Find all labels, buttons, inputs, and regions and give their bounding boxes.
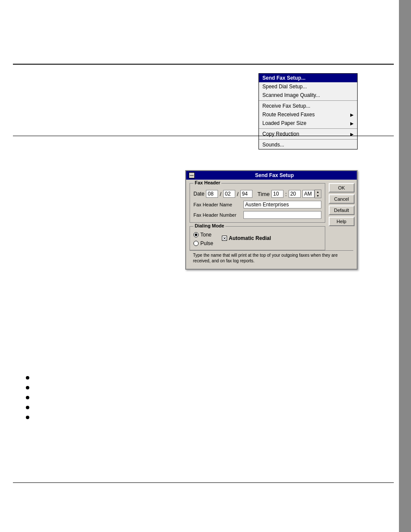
bullet-dot-1 xyxy=(26,376,29,380)
bullet-dot-5 xyxy=(26,416,29,419)
fax-header-number-label: Fax Header Number xyxy=(193,212,241,218)
time-minute-input[interactable] xyxy=(289,190,301,198)
context-menu: Send Fax Setup... Speed Dial Setup... Sc… xyxy=(258,73,358,149)
fax-header-name-input[interactable] xyxy=(243,201,321,208)
fax-header-number-row: Fax Header Number xyxy=(193,211,321,219)
time-label: Time xyxy=(258,191,270,197)
bullet-dot-4 xyxy=(26,406,29,409)
pulse-label: Pulse xyxy=(200,240,213,246)
date-time-row: Date / / Time : ▲ xyxy=(193,190,321,198)
hr-bottom xyxy=(13,482,394,483)
menu-item-route-received-faxes[interactable]: Route Received Faxes xyxy=(259,110,357,119)
fax-header-name-row: Fax Header Name xyxy=(193,201,321,208)
bullet-dot-3 xyxy=(26,396,29,399)
menu-separator-3 xyxy=(259,139,357,140)
dialog-body: Fax Header Date / / Time : xyxy=(186,180,357,269)
list-item xyxy=(26,375,389,380)
ampm-down-arrow[interactable]: ▼ xyxy=(315,194,321,198)
date-day-input[interactable] xyxy=(223,190,235,198)
right-sidebar xyxy=(399,0,411,532)
send-fax-setup-dialog: — Send Fax Setup Fax Header Date / / xyxy=(185,170,358,270)
tone-radio-button[interactable] xyxy=(193,232,199,237)
menu-item-scanned-image-quality[interactable]: Scanned Image Quality... xyxy=(259,91,357,100)
bullet-section xyxy=(26,375,389,424)
radio-group: Tone Pulse xyxy=(193,232,213,246)
list-item xyxy=(26,404,389,409)
pulse-radio-button[interactable] xyxy=(193,241,199,246)
time-hour-input[interactable] xyxy=(271,190,283,198)
list-item xyxy=(26,385,389,389)
ampm-arrows[interactable]: ▲ ▼ xyxy=(314,190,321,198)
menu-item-speed-dial-setup[interactable]: Speed Dial Setup... xyxy=(259,82,357,91)
cancel-button[interactable]: Cancel xyxy=(329,194,355,204)
dialog-statusbar: Type the name that will print at the top… xyxy=(190,250,353,265)
list-item xyxy=(26,395,389,399)
dialog-system-icon[interactable]: — xyxy=(189,172,195,178)
ampm-input[interactable] xyxy=(302,190,314,198)
fax-header-group-label: Fax Header xyxy=(193,180,221,185)
dialog-main-row: Fax Header Date / / Time : xyxy=(190,183,353,250)
menu-separator-2 xyxy=(259,128,357,129)
menu-item-copy-reduction[interactable]: Copy Reduction xyxy=(259,130,357,138)
help-button[interactable]: Help xyxy=(329,217,355,226)
list-item xyxy=(26,414,389,419)
date-month-input[interactable] xyxy=(206,190,218,198)
hr-mid xyxy=(13,136,394,136)
menu-separator-1 xyxy=(259,100,357,101)
automatic-redial-checkbox[interactable]: ✕ xyxy=(222,236,227,241)
default-button[interactable]: Default xyxy=(329,205,355,215)
tone-label: Tone xyxy=(200,232,212,238)
dialog-titlebar: — Send Fax Setup xyxy=(186,171,357,180)
dialing-mode-group: Dialing Mode Tone Pulse ✕ Automat xyxy=(190,226,325,250)
dialing-mode-label: Dialing Mode xyxy=(193,223,225,228)
automatic-redial-item[interactable]: ✕ Automatic Redial xyxy=(222,235,271,241)
tone-radio-item[interactable]: Tone xyxy=(193,232,213,238)
pulse-radio-item[interactable]: Pulse xyxy=(193,240,213,246)
menu-item-receive-fax-setup[interactable]: Receive Fax Setup... xyxy=(259,102,357,110)
dialog-right-buttons: OK Cancel Default Help xyxy=(325,183,355,250)
dialog-title: Send Fax Setup xyxy=(195,172,354,178)
fax-header-name-label: Fax Header Name xyxy=(193,202,241,207)
dialog-left: Fax Header Date / / Time : xyxy=(190,183,325,250)
fax-header-number-input[interactable] xyxy=(243,211,321,219)
ampm-up-arrow[interactable]: ▲ xyxy=(315,190,321,194)
hr-top xyxy=(13,64,394,65)
date-label: Date xyxy=(193,191,204,197)
menu-item-sounds[interactable]: Sounds... xyxy=(259,140,357,149)
menu-item-send-fax-setup[interactable]: Send Fax Setup... xyxy=(259,74,357,82)
menu-item-loaded-paper-size[interactable]: Loaded Paper Size xyxy=(259,119,357,128)
date-year-input[interactable] xyxy=(240,190,252,198)
automatic-redial-label: Automatic Redial xyxy=(229,235,271,241)
ampm-spinner[interactable]: ▲ ▼ xyxy=(302,190,321,198)
fax-header-group: Fax Header Date / / Time : xyxy=(190,183,325,223)
status-text: Type the name that will print at the top… xyxy=(193,253,338,263)
bullet-dot-2 xyxy=(26,386,29,389)
ok-button[interactable]: OK xyxy=(329,183,355,193)
